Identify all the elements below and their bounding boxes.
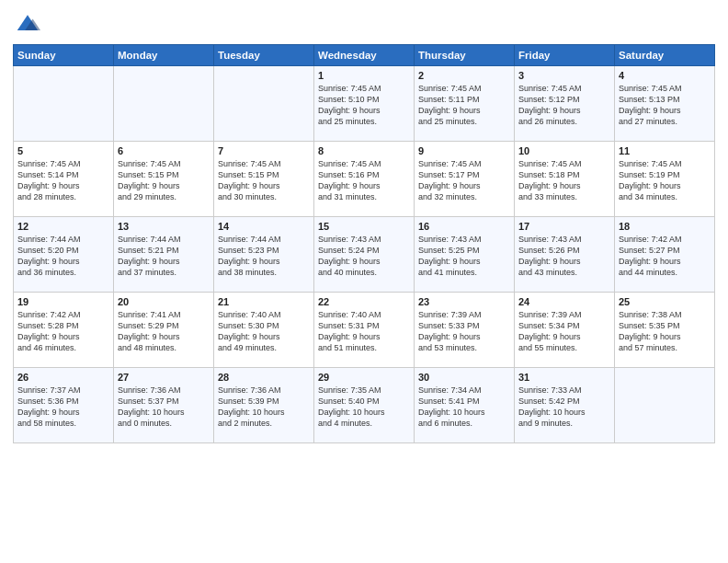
header-cell-saturday: Saturday	[615, 45, 715, 66]
day-info: Sunrise: 7:45 AM Sunset: 5:15 PM Dayligh…	[218, 158, 310, 203]
header-cell-sunday: Sunday	[14, 45, 114, 66]
day-info: Sunrise: 7:37 AM Sunset: 5:36 PM Dayligh…	[17, 385, 109, 430]
day-number: 28	[218, 372, 310, 383]
day-info: Sunrise: 7:44 AM Sunset: 5:20 PM Dayligh…	[17, 234, 109, 279]
day-info: Sunrise: 7:34 AM Sunset: 5:41 PM Dayligh…	[418, 385, 510, 430]
day-number: 26	[17, 372, 109, 383]
header-cell-wednesday: Wednesday	[314, 45, 415, 66]
week-row-1: 1Sunrise: 7:45 AM Sunset: 5:10 PM Daylig…	[14, 66, 715, 142]
day-number: 29	[318, 372, 410, 383]
day-number: 9	[418, 145, 510, 156]
day-number: 25	[619, 296, 711, 307]
day-cell: 21Sunrise: 7:40 AM Sunset: 5:30 PM Dayli…	[214, 293, 314, 368]
header-cell-thursday: Thursday	[415, 45, 515, 66]
day-info: Sunrise: 7:43 AM Sunset: 5:24 PM Dayligh…	[318, 234, 410, 279]
day-info: Sunrise: 7:44 AM Sunset: 5:23 PM Dayligh…	[218, 234, 310, 279]
day-number: 20	[118, 296, 210, 307]
day-cell: 31Sunrise: 7:33 AM Sunset: 5:42 PM Dayli…	[515, 368, 615, 443]
day-info: Sunrise: 7:45 AM Sunset: 5:11 PM Dayligh…	[418, 83, 510, 128]
day-number: 14	[218, 221, 310, 232]
day-info: Sunrise: 7:42 AM Sunset: 5:28 PM Dayligh…	[17, 309, 109, 354]
day-cell: 4Sunrise: 7:45 AM Sunset: 5:13 PM Daylig…	[615, 66, 715, 142]
day-number: 7	[218, 145, 310, 156]
day-cell: 27Sunrise: 7:36 AM Sunset: 5:37 PM Dayli…	[114, 368, 214, 443]
day-number: 22	[318, 296, 410, 307]
day-cell: 18Sunrise: 7:42 AM Sunset: 5:27 PM Dayli…	[615, 217, 715, 293]
day-cell: 13Sunrise: 7:44 AM Sunset: 5:21 PM Dayli…	[114, 217, 214, 293]
day-info: Sunrise: 7:36 AM Sunset: 5:39 PM Dayligh…	[218, 385, 310, 430]
day-number: 4	[619, 70, 711, 81]
day-cell	[114, 66, 214, 142]
day-number: 19	[17, 296, 109, 307]
day-number: 21	[218, 296, 310, 307]
day-info: Sunrise: 7:45 AM Sunset: 5:19 PM Dayligh…	[619, 158, 711, 203]
day-number: 17	[518, 221, 610, 232]
calendar-header: SundayMondayTuesdayWednesdayThursdayFrid…	[14, 45, 715, 66]
day-number: 2	[418, 70, 510, 81]
day-cell: 30Sunrise: 7:34 AM Sunset: 5:41 PM Dayli…	[415, 368, 515, 443]
day-number: 10	[518, 145, 610, 156]
day-info: Sunrise: 7:45 AM Sunset: 5:12 PM Dayligh…	[518, 83, 610, 128]
header-cell-tuesday: Tuesday	[214, 45, 314, 66]
day-info: Sunrise: 7:45 AM Sunset: 5:16 PM Dayligh…	[318, 158, 410, 203]
day-cell: 14Sunrise: 7:44 AM Sunset: 5:23 PM Dayli…	[214, 217, 314, 293]
day-cell: 11Sunrise: 7:45 AM Sunset: 5:19 PM Dayli…	[615, 142, 715, 217]
day-info: Sunrise: 7:45 AM Sunset: 5:13 PM Dayligh…	[619, 83, 711, 128]
day-cell: 17Sunrise: 7:43 AM Sunset: 5:26 PM Dayli…	[515, 217, 615, 293]
header-cell-friday: Friday	[515, 45, 615, 66]
day-cell: 9Sunrise: 7:45 AM Sunset: 5:17 PM Daylig…	[415, 142, 515, 217]
day-cell: 28Sunrise: 7:36 AM Sunset: 5:39 PM Dayli…	[214, 368, 314, 443]
day-number: 18	[619, 221, 711, 232]
day-info: Sunrise: 7:35 AM Sunset: 5:40 PM Dayligh…	[318, 385, 410, 430]
day-info: Sunrise: 7:41 AM Sunset: 5:29 PM Dayligh…	[118, 309, 210, 354]
day-cell: 15Sunrise: 7:43 AM Sunset: 5:24 PM Dayli…	[314, 217, 415, 293]
day-cell: 3Sunrise: 7:45 AM Sunset: 5:12 PM Daylig…	[515, 66, 615, 142]
day-cell: 10Sunrise: 7:45 AM Sunset: 5:18 PM Dayli…	[515, 142, 615, 217]
day-cell: 1Sunrise: 7:45 AM Sunset: 5:10 PM Daylig…	[314, 66, 415, 142]
day-info: Sunrise: 7:43 AM Sunset: 5:26 PM Dayligh…	[518, 234, 610, 279]
day-number: 8	[318, 145, 410, 156]
day-cell: 12Sunrise: 7:44 AM Sunset: 5:20 PM Dayli…	[14, 217, 114, 293]
day-info: Sunrise: 7:43 AM Sunset: 5:25 PM Dayligh…	[418, 234, 510, 279]
day-number: 5	[17, 145, 109, 156]
day-cell	[14, 66, 114, 142]
day-cell: 20Sunrise: 7:41 AM Sunset: 5:29 PM Dayli…	[114, 293, 214, 368]
day-info: Sunrise: 7:44 AM Sunset: 5:21 PM Dayligh…	[118, 234, 210, 279]
day-cell: 5Sunrise: 7:45 AM Sunset: 5:14 PM Daylig…	[14, 142, 114, 217]
page-container: SundayMondayTuesdayWednesdayThursdayFrid…	[0, 0, 728, 453]
day-number: 15	[318, 221, 410, 232]
day-cell: 23Sunrise: 7:39 AM Sunset: 5:33 PM Dayli…	[415, 293, 515, 368]
day-cell: 8Sunrise: 7:45 AM Sunset: 5:16 PM Daylig…	[314, 142, 415, 217]
day-info: Sunrise: 7:36 AM Sunset: 5:37 PM Dayligh…	[118, 385, 210, 430]
day-info: Sunrise: 7:38 AM Sunset: 5:35 PM Dayligh…	[619, 309, 711, 354]
day-number: 24	[518, 296, 610, 307]
day-info: Sunrise: 7:39 AM Sunset: 5:33 PM Dayligh…	[418, 309, 510, 354]
week-row-4: 19Sunrise: 7:42 AM Sunset: 5:28 PM Dayli…	[14, 293, 715, 368]
day-number: 3	[518, 70, 610, 81]
day-cell: 26Sunrise: 7:37 AM Sunset: 5:36 PM Dayli…	[14, 368, 114, 443]
day-number: 11	[619, 145, 711, 156]
day-number: 27	[118, 372, 210, 383]
day-cell: 7Sunrise: 7:45 AM Sunset: 5:15 PM Daylig…	[214, 142, 314, 217]
day-number: 16	[418, 221, 510, 232]
day-cell	[615, 368, 715, 443]
calendar-body: 1Sunrise: 7:45 AM Sunset: 5:10 PM Daylig…	[14, 66, 715, 443]
day-number: 23	[418, 296, 510, 307]
day-info: Sunrise: 7:45 AM Sunset: 5:15 PM Dayligh…	[118, 158, 210, 203]
day-cell: 2Sunrise: 7:45 AM Sunset: 5:11 PM Daylig…	[415, 66, 515, 142]
calendar-table: SundayMondayTuesdayWednesdayThursdayFrid…	[13, 44, 715, 443]
day-info: Sunrise: 7:39 AM Sunset: 5:34 PM Dayligh…	[518, 309, 610, 354]
week-row-3: 12Sunrise: 7:44 AM Sunset: 5:20 PM Dayli…	[14, 217, 715, 293]
day-info: Sunrise: 7:42 AM Sunset: 5:27 PM Dayligh…	[619, 234, 711, 279]
day-cell: 16Sunrise: 7:43 AM Sunset: 5:25 PM Dayli…	[415, 217, 515, 293]
day-number: 6	[118, 145, 210, 156]
day-number: 12	[17, 221, 109, 232]
day-cell: 22Sunrise: 7:40 AM Sunset: 5:31 PM Dayli…	[314, 293, 415, 368]
day-info: Sunrise: 7:33 AM Sunset: 5:42 PM Dayligh…	[518, 385, 610, 430]
day-cell: 24Sunrise: 7:39 AM Sunset: 5:34 PM Dayli…	[515, 293, 615, 368]
day-cell: 19Sunrise: 7:42 AM Sunset: 5:28 PM Dayli…	[14, 293, 114, 368]
day-info: Sunrise: 7:40 AM Sunset: 5:31 PM Dayligh…	[318, 309, 410, 354]
header	[13, 9, 715, 39]
day-cell	[214, 66, 314, 142]
day-cell: 29Sunrise: 7:35 AM Sunset: 5:40 PM Dayli…	[314, 368, 415, 443]
